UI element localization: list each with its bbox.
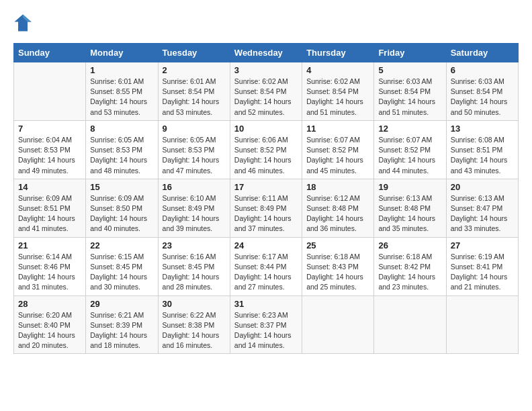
day-info: Sunrise: 6:12 AMSunset: 8:48 PMDaylight:… — [306, 193, 369, 234]
day-number: 31 — [234, 299, 298, 309]
header-day-sunday: Sunday — [14, 44, 86, 62]
calendar-cell: 17Sunrise: 6:11 AMSunset: 8:49 PMDayligh… — [230, 179, 302, 237]
calendar-cell: 30Sunrise: 6:22 AMSunset: 8:38 PMDayligh… — [158, 295, 230, 354]
calendar-table: SundayMondayTuesdayWednesdayThursdayFrid… — [13, 43, 519, 354]
day-info: Sunrise: 6:16 AMSunset: 8:45 PMDaylight:… — [163, 252, 226, 293]
day-info: Sunrise: 6:23 AMSunset: 8:37 PMDaylight:… — [234, 310, 298, 351]
header-day-wednesday: Wednesday — [230, 44, 302, 62]
calendar-cell: 15Sunrise: 6:09 AMSunset: 8:50 PMDayligh… — [86, 179, 158, 237]
day-info: Sunrise: 6:14 AMSunset: 8:46 PMDaylight:… — [18, 252, 81, 293]
day-info: Sunrise: 6:17 AMSunset: 8:44 PMDaylight:… — [234, 252, 298, 293]
day-number: 4 — [306, 65, 369, 75]
day-info: Sunrise: 6:09 AMSunset: 8:51 PMDaylight:… — [18, 193, 81, 234]
day-info: Sunrise: 6:08 AMSunset: 8:51 PMDaylight:… — [451, 135, 514, 176]
calendar-cell: 11Sunrise: 6:07 AMSunset: 8:52 PMDayligh… — [302, 120, 374, 179]
calendar-cell: 31Sunrise: 6:23 AMSunset: 8:37 PMDayligh… — [230, 295, 302, 354]
day-number: 17 — [234, 182, 298, 192]
day-number: 12 — [378, 124, 441, 134]
calendar-cell: 28Sunrise: 6:20 AMSunset: 8:40 PMDayligh… — [14, 295, 86, 354]
calendar-cell: 21Sunrise: 6:14 AMSunset: 8:46 PMDayligh… — [14, 237, 86, 295]
day-number: 14 — [18, 182, 81, 192]
day-info: Sunrise: 6:05 AMSunset: 8:53 PMDaylight:… — [90, 135, 153, 176]
day-number: 24 — [234, 240, 298, 250]
day-info: Sunrise: 6:02 AMSunset: 8:54 PMDaylight:… — [306, 77, 369, 118]
day-info: Sunrise: 6:10 AMSunset: 8:49 PMDaylight:… — [163, 193, 226, 234]
day-info: Sunrise: 6:04 AMSunset: 8:53 PMDaylight:… — [18, 135, 81, 176]
day-number: 28 — [18, 299, 81, 309]
calendar-header: SundayMondayTuesdayWednesdayThursdayFrid… — [14, 44, 519, 62]
calendar-cell: 23Sunrise: 6:16 AMSunset: 8:45 PMDayligh… — [158, 237, 230, 295]
calendar-cell: 1Sunrise: 6:01 AMSunset: 8:55 PMDaylight… — [86, 62, 158, 121]
day-info: Sunrise: 6:20 AMSunset: 8:40 PMDaylight:… — [18, 310, 81, 351]
day-number: 21 — [18, 240, 81, 250]
calendar-cell: 14Sunrise: 6:09 AMSunset: 8:51 PMDayligh… — [14, 179, 86, 237]
calendar-cell: 19Sunrise: 6:13 AMSunset: 8:48 PMDayligh… — [374, 179, 446, 237]
calendar-cell — [446, 295, 518, 354]
day-number: 26 — [378, 240, 441, 250]
day-number: 27 — [451, 240, 514, 250]
header-day-tuesday: Tuesday — [158, 44, 230, 62]
day-info: Sunrise: 6:09 AMSunset: 8:50 PMDaylight:… — [90, 193, 153, 234]
calendar-cell: 5Sunrise: 6:03 AMSunset: 8:54 PMDaylight… — [374, 62, 446, 121]
day-number: 9 — [163, 124, 226, 134]
logo — [13, 13, 35, 32]
calendar-cell: 7Sunrise: 6:04 AMSunset: 8:53 PMDaylight… — [14, 120, 86, 179]
day-info: Sunrise: 6:06 AMSunset: 8:52 PMDaylight:… — [234, 135, 298, 176]
calendar-cell: 4Sunrise: 6:02 AMSunset: 8:54 PMDaylight… — [302, 62, 374, 121]
day-number: 8 — [90, 124, 153, 134]
calendar-cell: 25Sunrise: 6:18 AMSunset: 8:43 PMDayligh… — [302, 237, 374, 295]
page-header — [13, 13, 519, 32]
day-number: 11 — [306, 124, 369, 134]
day-info: Sunrise: 6:07 AMSunset: 8:52 PMDaylight:… — [378, 135, 441, 176]
calendar-cell: 13Sunrise: 6:08 AMSunset: 8:51 PMDayligh… — [446, 120, 518, 179]
day-info: Sunrise: 6:18 AMSunset: 8:42 PMDaylight:… — [378, 252, 441, 293]
calendar-cell: 27Sunrise: 6:19 AMSunset: 8:41 PMDayligh… — [446, 237, 518, 295]
day-info: Sunrise: 6:13 AMSunset: 8:48 PMDaylight:… — [378, 193, 441, 234]
day-info: Sunrise: 6:01 AMSunset: 8:54 PMDaylight:… — [163, 77, 226, 118]
calendar-cell — [14, 62, 86, 121]
header-day-monday: Monday — [86, 44, 158, 62]
calendar-cell: 9Sunrise: 6:05 AMSunset: 8:53 PMDaylight… — [158, 120, 230, 179]
calendar-cell: 3Sunrise: 6:02 AMSunset: 8:54 PMDaylight… — [230, 62, 302, 121]
logo-icon — [13, 13, 32, 32]
day-number: 20 — [451, 182, 514, 192]
calendar-cell — [374, 295, 446, 354]
day-number: 19 — [378, 182, 441, 192]
calendar-cell — [302, 295, 374, 354]
day-info: Sunrise: 6:22 AMSunset: 8:38 PMDaylight:… — [163, 310, 226, 351]
calendar-cell: 10Sunrise: 6:06 AMSunset: 8:52 PMDayligh… — [230, 120, 302, 179]
day-number: 29 — [90, 299, 153, 309]
day-number: 18 — [306, 182, 369, 192]
calendar-week-1: 1Sunrise: 6:01 AMSunset: 8:55 PMDaylight… — [14, 62, 519, 121]
header-day-saturday: Saturday — [446, 44, 518, 62]
day-number: 16 — [163, 182, 226, 192]
day-number: 2 — [163, 65, 226, 75]
day-number: 6 — [451, 65, 514, 75]
day-info: Sunrise: 6:02 AMSunset: 8:54 PMDaylight:… — [234, 77, 298, 118]
day-info: Sunrise: 6:13 AMSunset: 8:47 PMDaylight:… — [451, 193, 514, 234]
calendar-cell: 29Sunrise: 6:21 AMSunset: 8:39 PMDayligh… — [86, 295, 158, 354]
calendar-week-2: 7Sunrise: 6:04 AMSunset: 8:53 PMDaylight… — [14, 120, 519, 179]
header-day-thursday: Thursday — [302, 44, 374, 62]
day-info: Sunrise: 6:15 AMSunset: 8:45 PMDaylight:… — [90, 252, 153, 293]
calendar-week-4: 21Sunrise: 6:14 AMSunset: 8:46 PMDayligh… — [14, 237, 519, 295]
day-number: 15 — [90, 182, 153, 192]
calendar-cell: 18Sunrise: 6:12 AMSunset: 8:48 PMDayligh… — [302, 179, 374, 237]
day-info: Sunrise: 6:01 AMSunset: 8:55 PMDaylight:… — [90, 77, 153, 118]
header-row: SundayMondayTuesdayWednesdayThursdayFrid… — [14, 44, 519, 62]
calendar-week-3: 14Sunrise: 6:09 AMSunset: 8:51 PMDayligh… — [14, 179, 519, 237]
day-info: Sunrise: 6:21 AMSunset: 8:39 PMDaylight:… — [90, 310, 153, 351]
day-number: 23 — [163, 240, 226, 250]
day-number: 25 — [306, 240, 369, 250]
day-info: Sunrise: 6:03 AMSunset: 8:54 PMDaylight:… — [451, 77, 514, 118]
calendar-cell: 20Sunrise: 6:13 AMSunset: 8:47 PMDayligh… — [446, 179, 518, 237]
day-info: Sunrise: 6:18 AMSunset: 8:43 PMDaylight:… — [306, 252, 369, 293]
calendar-week-5: 28Sunrise: 6:20 AMSunset: 8:40 PMDayligh… — [14, 295, 519, 354]
calendar-body: 1Sunrise: 6:01 AMSunset: 8:55 PMDaylight… — [14, 62, 519, 354]
calendar-cell: 6Sunrise: 6:03 AMSunset: 8:54 PMDaylight… — [446, 62, 518, 121]
day-number: 10 — [234, 124, 298, 134]
day-number: 3 — [234, 65, 298, 75]
day-number: 30 — [163, 299, 226, 309]
day-info: Sunrise: 6:07 AMSunset: 8:52 PMDaylight:… — [306, 135, 369, 176]
calendar-cell: 16Sunrise: 6:10 AMSunset: 8:49 PMDayligh… — [158, 179, 230, 237]
